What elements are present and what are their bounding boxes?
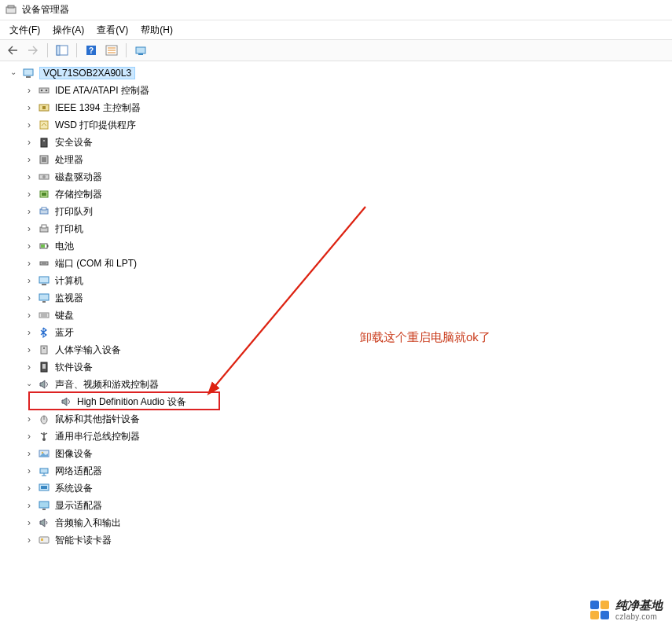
nav-forward-button[interactable] [24, 42, 42, 59]
tree-item[interactable]: 处理器 [0, 151, 672, 168]
expand-arrow-icon[interactable] [24, 362, 35, 373]
tree-item[interactable]: 键盘 [0, 307, 672, 324]
tree-item[interactable]: 声音、视频和游戏控制器 [0, 376, 672, 393]
tree-item-label: WSD 打印提供程序 [55, 119, 136, 132]
menu-help[interactable]: 帮助(H) [134, 21, 179, 39]
tree-item[interactable]: 智能卡读卡器 [0, 531, 672, 549]
expand-arrow-icon[interactable] [24, 275, 35, 286]
expand-arrow-icon[interactable] [24, 154, 35, 165]
tree-item[interactable]: 系统设备 [0, 480, 672, 497]
tree-item-label: 打印队列 [55, 205, 93, 219]
tree-item[interactable]: 安全设备 [0, 134, 672, 151]
expand-arrow-icon[interactable] [24, 500, 35, 511]
svg-rect-64 [41, 538, 43, 541]
ide-icon [38, 84, 50, 97]
watermark-logo-icon [589, 599, 611, 621]
expand-arrow-icon[interactable] [24, 102, 35, 113]
tree-item-label: 系统设备 [55, 482, 93, 495]
tree-item[interactable]: IEEE 1394 主控制器 [0, 99, 672, 116]
expand-arrow-icon[interactable] [24, 206, 35, 217]
mouse-icon [38, 413, 50, 425]
help-button[interactable]: ? [82, 42, 101, 59]
bluetooth-icon [38, 326, 50, 339]
tree-item[interactable]: 磁盘驱动器 [0, 168, 672, 186]
toolbar: ? [0, 39, 672, 61]
tree-item-label: 键盘 [55, 309, 74, 322]
expand-arrow-icon[interactable] [24, 413, 35, 424]
expand-arrow-icon[interactable] [24, 535, 35, 546]
tree-child-item[interactable]: High Definition Audio 设备 [0, 393, 672, 410]
expand-arrow-icon[interactable] [24, 431, 35, 442]
svg-rect-10 [136, 47, 145, 53]
expand-arrow-icon[interactable] [24, 310, 35, 321]
show-hide-tree-button[interactable] [53, 42, 72, 59]
tree-item[interactable]: 软件设备 [0, 358, 672, 376]
battery-icon [38, 240, 50, 252]
tree-item-label: IEEE 1394 主控制器 [55, 101, 141, 115]
tree-item[interactable]: 显示适配器 [0, 497, 672, 514]
tree-item[interactable]: 鼠标和其他指针设备 [0, 410, 672, 428]
tree-item-label: 通用串行总线控制器 [55, 430, 140, 443]
hid-icon [38, 344, 50, 356]
tree-item[interactable]: 监视器 [0, 289, 672, 307]
expand-arrow-icon[interactable] [24, 465, 35, 476]
watermark-sub: czlaby.com [615, 612, 663, 622]
tree-item[interactable]: WSD 打印提供程序 [0, 116, 672, 134]
tree-item[interactable]: 通用串行总线控制器 [0, 428, 672, 445]
expand-arrow-icon[interactable] [24, 483, 35, 494]
properties-button[interactable] [102, 42, 121, 59]
tree-item[interactable]: 人体学输入设备 [0, 341, 672, 358]
svg-rect-62 [42, 509, 46, 510]
device-tree[interactable]: VQL71SOB2XA90L3 IDE ATA/ATAPI 控制器IEEE 13… [0, 61, 672, 552]
toolbar-separator [47, 43, 48, 57]
nav-back-button[interactable] [3, 42, 22, 59]
tree-item[interactable]: IDE ATA/ATAPI 控制器 [0, 82, 672, 99]
tree-item-label: 打印机 [55, 222, 83, 236]
svg-rect-13 [26, 76, 31, 78]
expand-arrow-icon[interactable] [24, 258, 35, 269]
svg-point-16 [46, 90, 48, 92]
svg-rect-40 [42, 284, 46, 285]
expand-arrow-icon[interactable] [24, 189, 35, 200]
svg-text:?: ? [89, 46, 94, 55]
tree-item[interactable]: 存储控制器 [0, 186, 672, 203]
tree-item[interactable]: 计算机 [0, 272, 672, 289]
expand-arrow-icon[interactable] [24, 119, 35, 130]
tree-item[interactable]: 蓝牙 [0, 324, 672, 341]
tree-item-label: 端口 (COM 和 LPT) [55, 257, 137, 270]
tree-item[interactable]: 音频输入和输出 [0, 514, 672, 531]
menu-view[interactable]: 查看(V) [90, 21, 134, 39]
tree-item[interactable]: 端口 (COM 和 LPT) [0, 255, 672, 272]
menu-action[interactable]: 操作(A) [46, 21, 90, 39]
tree-item[interactable]: 打印队列 [0, 203, 672, 220]
expand-arrow-icon[interactable] [24, 171, 35, 182]
root-node[interactable]: VQL71SOB2XA90L3 [0, 64, 672, 82]
tree-item-label: 蓝牙 [55, 326, 74, 340]
expand-arrow-icon[interactable] [8, 68, 19, 79]
svg-rect-27 [42, 193, 46, 196]
monitor-icon [38, 292, 50, 304]
disk-icon [38, 171, 50, 183]
svg-rect-42 [42, 301, 46, 303]
tree-item[interactable]: 图像设备 [0, 445, 672, 462]
expand-arrow-icon[interactable] [24, 223, 35, 234]
expand-arrow-icon[interactable] [24, 327, 35, 338]
tree-item[interactable]: 电池 [0, 237, 672, 255]
expand-arrow-icon[interactable] [24, 448, 35, 459]
wsd-icon [38, 119, 50, 131]
tree-item[interactable]: 打印机 [0, 220, 672, 237]
tree-item-label: 网络适配器 [55, 465, 102, 478]
scan-hardware-button[interactable] [131, 42, 150, 59]
expand-arrow-icon[interactable] [24, 344, 35, 355]
menu-file[interactable]: 文件(F) [3, 21, 46, 39]
expand-arrow-icon[interactable] [24, 241, 35, 252]
svg-point-47 [43, 347, 45, 349]
expand-arrow-icon[interactable] [24, 517, 35, 528]
expand-arrow-icon[interactable] [24, 379, 35, 390]
watermark-title: 纯净基地 [615, 598, 663, 612]
tree-item[interactable]: 网络适配器 [0, 462, 672, 480]
svg-point-38 [45, 263, 46, 264]
expand-arrow-icon[interactable] [24, 85, 35, 96]
expand-arrow-icon[interactable] [24, 137, 35, 148]
expand-arrow-icon[interactable] [24, 292, 35, 303]
